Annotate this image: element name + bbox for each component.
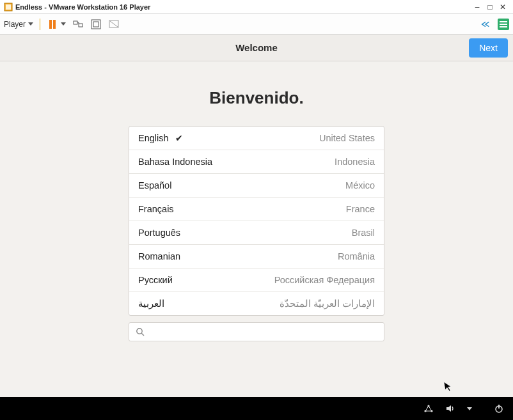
language-row[interactable]: Bahasa IndonesiaIndonesia [129,150,384,174]
language-name: Romanian [138,251,180,261]
vmware-toolbar: Player [0,14,513,35]
chevron-down-icon [28,22,33,26]
power-icon[interactable] [494,403,504,414]
chevron-down-icon[interactable] [61,22,66,26]
guest-display: Welcome Next Bienvenido. English✔United … [0,35,513,420]
language-country: الإمارات العربيّة المتحدّة [280,299,375,309]
send-ctrl-alt-del-icon[interactable] [72,19,84,30]
language-search-input[interactable] [150,327,377,337]
window-maximize-button[interactable]: □ [484,3,496,12]
svg-rect-1 [6,4,11,10]
language-country: United States [319,133,375,143]
language-name: العربية [138,299,164,309]
language-name: Español [138,180,171,191]
notes-icon[interactable] [498,19,509,30]
language-name: Português [138,228,180,238]
player-menu[interactable]: Player [4,20,33,29]
window-title: Endless - VMware Workstation 16 Player [15,3,150,11]
window-titlebar: Endless - VMware Workstation 16 Player –… [0,0,513,14]
language-country: France [346,204,375,214]
svg-line-7 [110,21,118,27]
language-list: English✔United StatesBahasa IndonesiaInd… [129,126,384,316]
window-close-button[interactable]: ✕ [496,3,509,12]
language-name: Русский [138,275,173,285]
cycle-screens-icon[interactable] [480,19,491,30]
player-menu-label: Player [4,20,26,29]
system-menu-chevron[interactable] [467,407,472,410]
language-name: Français [138,204,174,214]
language-country: México [345,180,375,191]
check-icon: ✔ [175,133,183,143]
network-icon[interactable] [423,403,434,414]
svg-rect-5 [93,22,99,27]
vmware-app-icon [4,3,13,12]
window-minimize-button[interactable]: – [471,3,484,12]
language-country: Indonesia [335,157,375,167]
installer-content: Bienvenido. English✔United StatesBahasa … [0,61,513,397]
next-button[interactable]: Next [469,38,508,58]
svg-line-9 [141,333,144,336]
fullscreen-icon[interactable] [90,19,102,30]
language-name: English✔ [138,133,183,143]
language-row[interactable]: English✔United States [129,127,384,150]
toolbar-separator [40,19,40,30]
page-title: Welcome [235,42,278,53]
welcome-heading: Bienvenido. [209,88,303,108]
language-search[interactable] [129,322,384,341]
os-taskbar [0,397,513,420]
language-country: România [338,251,375,261]
svg-rect-3 [79,24,83,27]
svg-rect-4 [91,20,100,29]
pause-icon[interactable] [47,19,58,30]
language-name: Bahasa Indonesia [138,157,212,167]
language-row[interactable]: RomanianRomânia [129,245,384,268]
volume-icon[interactable] [445,403,455,414]
language-country: Российская Федерация [274,275,375,285]
unity-mode-icon[interactable] [108,19,120,30]
language-country: Brasil [352,228,375,238]
installer-screen: Welcome Next Bienvenido. English✔United … [0,35,513,397]
language-row[interactable]: EspañolMéxico [129,174,384,198]
language-row[interactable]: PortuguêsBrasil [129,221,384,245]
svg-rect-2 [74,21,77,24]
language-row[interactable]: РусскийРоссийская Федерация [129,268,384,292]
language-row[interactable]: العربيةالإمارات العربيّة المتحدّة [129,292,384,315]
language-row[interactable]: FrançaisFrance [129,198,384,221]
search-icon [136,327,145,336]
installer-header: Welcome Next [0,35,513,61]
svg-point-8 [137,329,142,334]
